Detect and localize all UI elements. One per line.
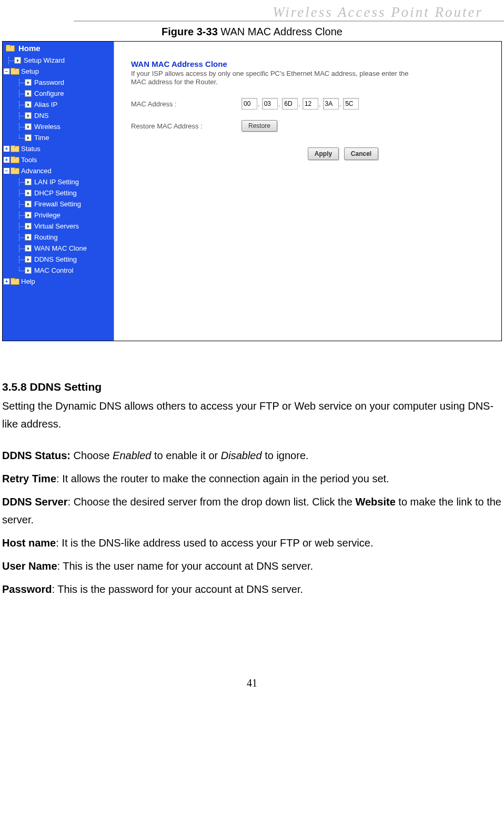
tree-item-virtual-servers[interactable]: Virtual Servers [3,221,114,232]
tree-item-routing[interactable]: Routing [3,232,114,243]
page-icon [25,190,32,196]
tree-item-dhcp[interactable]: DHCP Setting [3,187,114,198]
restore-row: Restore MAC Address : Restore [131,120,492,132]
mac-octet-5[interactable] [323,98,339,110]
page-icon [25,90,32,97]
tree-item-setup-wizard[interactable]: Setup Wizard [3,55,114,66]
tree-folder-advanced[interactable]: − Advanced [3,165,114,176]
figure-title: WAN MAC Address Clone [220,26,342,37]
tree-item-lan-ip[interactable]: LAN IP Setting [3,176,114,187]
expand-icon[interactable]: + [4,157,9,163]
restore-label: Restore MAC Address : [131,122,241,130]
tree-item-privilege[interactable]: Privilege [3,210,114,221]
tree-item-ddns-setting[interactable]: DDNS Setting [3,254,114,265]
sidebar-tree: Home Setup Wizard − Setup Password Confi… [3,42,114,341]
tree-folder-status[interactable]: + Status [3,143,114,154]
tree-folder-help[interactable]: + Help [3,276,114,287]
collapse-icon[interactable]: − [4,68,9,74]
router-ui-screenshot: Home Setup Wizard − Setup Password Confi… [2,41,502,341]
content-panel: WAN MAC Address Clone If your ISP allows… [114,42,501,341]
document-body: 3.5.8 DDNS Setting Setting the Dynamic D… [0,378,504,598]
page-icon [25,79,32,86]
restore-button[interactable]: Restore [241,120,277,132]
page-icon [25,267,32,274]
tree-item-time[interactable]: Time [3,132,114,143]
page-icon [25,234,32,241]
section-intro: Setting the Dynamic DNS allows others to… [2,397,502,433]
page-icon [25,112,32,119]
figure-label: Figure 3-33 [162,26,218,37]
tree-root-label: Home [18,44,41,53]
panel-title: WAN MAC Address Clone [131,59,492,68]
def-ddns-status: DDNS Status: Choose Enabled to enable it… [2,446,502,464]
folder-icon [11,145,19,152]
mac-octet-6[interactable] [343,98,359,110]
tree-item-alias-ip[interactable]: Alias IP [3,99,114,110]
page-number: 41 [0,677,504,689]
def-user-name: User Name: This is the user name for you… [2,557,502,575]
def-ddns-server: DDNS Server: Choose the desired server f… [2,493,502,529]
page-icon [25,178,32,185]
folder-icon [11,68,19,75]
page-icon [25,201,32,207]
page-running-header: Wireless Access Point Router [74,0,504,22]
def-host-name: Host name: It is the DNS-like address us… [2,534,502,552]
tree-label: Setup [21,68,39,75]
folder-icon [11,167,19,174]
page-icon [25,123,32,130]
mac-octet-4[interactable] [303,98,318,110]
collapse-icon[interactable]: − [4,168,9,174]
tree-folder-setup[interactable]: − Setup [3,66,114,77]
tree-item-dns[interactable]: DNS [3,110,114,121]
page-icon [25,223,32,230]
def-password: Password: This is the password for your … [2,580,502,598]
tree-label: Setup Wizard [24,57,65,64]
tree-item-firewall[interactable]: Firewall Setting [3,198,114,210]
page-icon [14,57,21,64]
panel-actions: Apply Cancel [194,147,492,160]
section-heading: 3.5.8 DDNS Setting [2,378,502,396]
def-retry-time: Retry Time: It allows the router to make… [2,470,502,488]
expand-icon[interactable]: + [4,279,9,284]
tree-item-wan-mac-clone[interactable]: WAN MAC Clone [3,243,114,254]
mac-address-row: MAC Address : . . . . . [131,98,492,110]
page-icon [25,212,32,219]
folder-icon [11,278,19,285]
cancel-button[interactable]: Cancel [344,147,378,160]
folder-icon [6,45,14,52]
page-icon [25,134,32,141]
apply-button[interactable]: Apply [308,147,339,160]
mac-octet-1[interactable] [241,98,257,110]
tree-root-home[interactable]: Home [3,42,114,55]
expand-icon[interactable]: + [4,146,9,152]
panel-description: If your ISP allows access by only one sp… [131,70,415,86]
mac-address-label: MAC Address : [131,100,241,108]
page-icon [25,245,32,252]
tree-item-wireless[interactable]: Wireless [3,121,114,132]
tree-item-mac-control[interactable]: MAC Control [3,265,114,276]
page-icon [25,256,32,263]
tree-item-configure[interactable]: Configure [3,88,114,99]
mac-octet-3[interactable] [282,98,298,110]
figure-caption: Figure 3-33 WAN MAC Address Clone [0,26,504,38]
mac-octet-2[interactable] [262,98,278,110]
tree-folder-tools[interactable]: + Tools [3,154,114,165]
page-icon [25,101,32,108]
folder-icon [11,156,19,163]
tree-item-password[interactable]: Password [3,77,114,88]
